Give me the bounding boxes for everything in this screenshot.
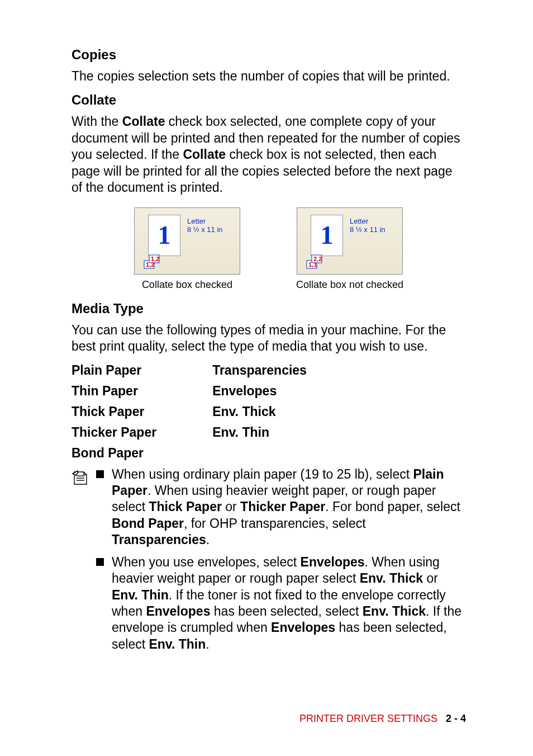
t: . xyxy=(206,637,209,651)
media-col-1: Plain Paper Thin Paper Thick Paper Thick… xyxy=(72,363,156,461)
media-item: Bond Paper xyxy=(72,446,156,461)
page-footer: PRINTER DRIVER SETTINGS 2 - 4 xyxy=(299,713,466,725)
s2-b1: Collate xyxy=(122,114,165,129)
letter-label: Letter xyxy=(350,217,368,225)
text-media-type: You can use the following types of media… xyxy=(72,322,466,355)
collate-images-row: 1 Letter 8 ½ x 11 in 1,2 1,2 Collate box… xyxy=(72,207,466,291)
bullet-icon xyxy=(96,466,112,549)
note-list: When using ordinary plain paper (19 to 2… xyxy=(96,466,466,659)
footer-page: 2 - 4 xyxy=(446,713,466,724)
heading-media-type: Media Type xyxy=(72,301,466,316)
bullet-icon xyxy=(96,554,112,653)
media-item: Thicker Paper xyxy=(72,425,156,440)
page-preview-icon: 1 xyxy=(311,215,343,256)
stack-icon: 2,2 1,1 xyxy=(305,252,331,271)
page-preview-icon: 1 xyxy=(148,215,180,256)
media-item: Thin Paper xyxy=(72,384,156,399)
t: or xyxy=(222,499,240,514)
b: Env. Thick xyxy=(363,604,426,618)
size-label: 8 ½ x 11 in xyxy=(350,225,386,234)
collate-checked-image: 1 Letter 8 ½ x 11 in 1,2 1,2 xyxy=(134,207,240,275)
text-collate: With the Collate check box selected, one… xyxy=(72,114,466,196)
b: Env. Thin xyxy=(112,588,169,602)
note-section: When using ordinary plain paper (19 to 2… xyxy=(72,466,466,659)
note-item-1: When using ordinary plain paper (19 to 2… xyxy=(96,466,466,549)
b: Thick Paper xyxy=(149,499,221,514)
collate-checked-col: 1 Letter 8 ½ x 11 in 1,2 1,2 Collate box… xyxy=(134,207,240,291)
heading-copies: Copies xyxy=(72,47,466,63)
note-text-2: When you use envelopes, select Envelopes… xyxy=(112,554,466,653)
media-col-2: Transparencies Envelopes Env. Thick Env.… xyxy=(212,363,307,461)
b: Env. Thin xyxy=(149,637,206,651)
stack-label-2: 1,2 xyxy=(146,261,154,268)
caption-checked: Collate box checked xyxy=(142,279,232,291)
heading-collate: Collate xyxy=(72,92,466,108)
numeral-one-icon: 1 xyxy=(321,220,334,250)
paper-size-label: Letter 8 ½ x 11 in xyxy=(187,217,223,234)
t: . xyxy=(206,532,210,547)
size-label: 8 ½ x 11 in xyxy=(187,225,223,234)
note-text-1: When using ordinary plain paper (19 to 2… xyxy=(112,466,466,549)
collate-unchecked-col: 1 Letter 8 ½ x 11 in 2,2 1,1 Collate box… xyxy=(296,207,403,291)
collate-unchecked-image: 1 Letter 8 ½ x 11 in 2,2 1,1 xyxy=(297,207,403,275)
stack-label-2: 1,1 xyxy=(308,261,317,268)
b: Envelopes xyxy=(301,555,365,569)
b: Bond Paper xyxy=(112,516,184,531)
letter-label: Letter xyxy=(187,217,206,225)
t: When using ordinary plain paper (19 to 2… xyxy=(112,467,413,481)
media-item: Env. Thin xyxy=(212,425,307,440)
numeral-one-icon: 1 xyxy=(158,220,170,250)
s2-t1: With the xyxy=(72,114,122,129)
t: , for OHP transparencies, select xyxy=(184,516,366,531)
media-item: Plain Paper xyxy=(72,363,156,378)
b: Env. Thick xyxy=(360,571,423,585)
caption-unchecked: Collate box not checked xyxy=(296,279,403,291)
t: has been selected, select xyxy=(210,604,362,618)
note-icon xyxy=(72,466,96,659)
media-item: Transparencies xyxy=(212,363,307,378)
paper-size-label: Letter 8 ½ x 11 in xyxy=(350,217,386,234)
b: Envelopes xyxy=(146,604,210,618)
b: Envelopes xyxy=(271,620,335,635)
media-item: Env. Thick xyxy=(212,404,307,419)
footer-section: PRINTER DRIVER SETTINGS xyxy=(299,713,437,724)
media-item: Envelopes xyxy=(212,384,307,399)
t: When you use envelopes, select xyxy=(112,555,301,569)
media-type-table: Plain Paper Thin Paper Thick Paper Thick… xyxy=(72,363,466,461)
t: or xyxy=(423,571,438,585)
b: Thicker Paper xyxy=(240,499,325,514)
b: Transparencies xyxy=(112,532,206,547)
stack-icon: 1,2 1,2 xyxy=(142,252,168,271)
note-item-2: When you use envelopes, select Envelopes… xyxy=(96,554,466,653)
media-item: Thick Paper xyxy=(72,404,156,419)
s2-b2: Collate xyxy=(183,147,226,162)
text-copies: The copies selection sets the number of … xyxy=(72,68,466,84)
t: . For bond paper, select xyxy=(325,499,460,514)
